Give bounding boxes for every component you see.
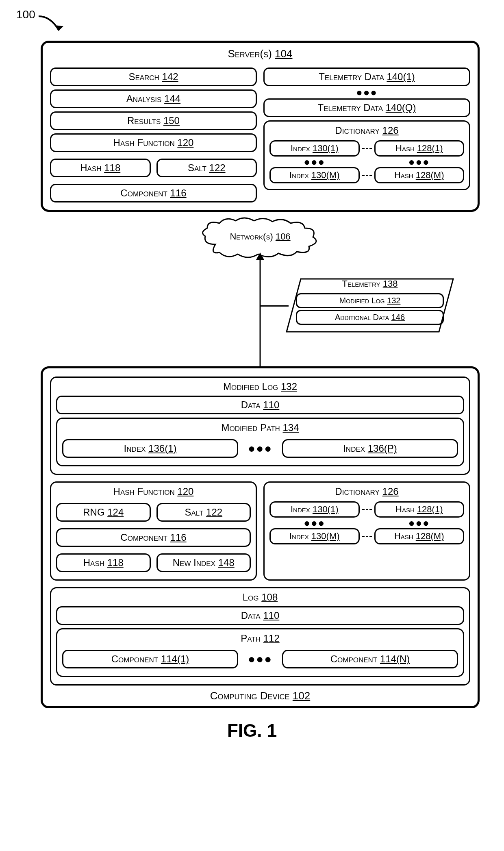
index-1: Index 130(1) <box>269 140 360 157</box>
telemetry-data-q: Telemetry Data 140(Q) <box>263 98 470 117</box>
server-box: Server(s) 104 Search 142 Analysis 144 Re… <box>41 41 480 212</box>
reference-arrow-icon <box>37 12 69 41</box>
index-m: Index 130(M) <box>269 167 360 183</box>
component-nn: Component 114(N) <box>282 650 458 668</box>
hash-1: Hash 128(1) <box>374 140 465 157</box>
rng-pill: RNG 124 <box>56 503 151 522</box>
component-n1: Component 114(1) <box>62 650 238 668</box>
computing-device-label: Computing Device 102 <box>50 690 470 702</box>
d-index-m: Index 130(M) <box>269 528 360 544</box>
ellipsis-icon: ●●● <box>374 520 465 526</box>
search-pill: Search 142 <box>50 67 257 86</box>
index-pp: Index 136(P) <box>282 439 458 458</box>
ellipsis-icon: ●●● <box>244 442 276 455</box>
d-index-1: Index 130(1) <box>269 501 360 518</box>
ellipsis-icon: ●●● <box>269 520 360 526</box>
d-hash-1: Hash 128(1) <box>374 501 465 518</box>
hash-pill: Hash 118 <box>50 159 151 177</box>
additional-data-flow: Additional Data 146 <box>296 310 444 325</box>
network-section: Network(s) 106 Telemetry 138 Modified Lo… <box>41 212 480 366</box>
hashfn-pill: Hash Function 120 <box>50 133 257 152</box>
modified-log-group: Modified Log 132 Data 110 Modified Path … <box>50 377 470 475</box>
ellipsis-icon: ●●● <box>244 652 276 666</box>
hash-function-group: Hash Function 120 RNG 124 Salt 122 Compo… <box>50 481 257 581</box>
server-dictionary: Dictionary 126 Index 130(1) Hash 128(1) … <box>263 120 470 190</box>
analysis-pill: Analysis 144 <box>50 89 257 108</box>
component-pill: Component 116 <box>50 184 257 202</box>
index-p1: Index 136(1) <box>62 439 238 458</box>
salt-pill-2: Salt 122 <box>156 503 251 522</box>
ellipsis-icon: ●●● <box>269 159 360 165</box>
hash-m: Hash 128(M) <box>374 167 465 183</box>
ellipsis-icon: ●●● <box>263 89 470 95</box>
network-label: Network(s) 106 <box>230 231 290 242</box>
telemetry-data-1: Telemetry Data 140(1) <box>263 67 470 86</box>
device-dictionary: Dictionary 126 Index 130(1) Hash 128(1) … <box>263 481 470 581</box>
log-group: Log 108 Data 110 Path 112 Component 114(… <box>50 587 470 686</box>
telemetry-flow: Telemetry 138 Modified Log 132 Additiona… <box>285 277 455 334</box>
d-hash-m: Hash 128(M) <box>374 528 465 544</box>
server-title: Server(s) 104 <box>50 48 470 60</box>
computing-device-box: Modified Log 132 Data 110 Modified Path … <box>41 366 480 708</box>
salt-pill: Salt 122 <box>156 159 257 177</box>
results-pill: Results 150 <box>50 111 257 130</box>
path-group: Path 112 Component 114(1) ●●● Component … <box>56 628 464 677</box>
data-pill: Data 110 <box>56 396 464 414</box>
reference-number: 100 <box>16 8 35 21</box>
data-pill-2: Data 110 <box>56 606 464 625</box>
arrow-line <box>260 257 261 366</box>
modified-path-group: Modified Path 134 Index 136(1) ●●● Index… <box>56 418 464 466</box>
server-right-column: Telemetry Data 140(1) ●●● Telemetry Data… <box>263 64 470 206</box>
component-pill-2: Component 116 <box>56 528 251 547</box>
reference-pointer: 100 <box>16 8 496 41</box>
figure-label: FIG. 1 <box>8 720 496 741</box>
hash-pill-2: Hash 118 <box>56 553 151 572</box>
server-left-column: Search 142 Analysis 144 Results 150 Hash… <box>50 64 257 206</box>
ellipsis-icon: ●●● <box>374 159 465 165</box>
modified-log-flow: Modified Log 132 <box>296 293 444 308</box>
new-index-pill: New Index 148 <box>156 553 251 572</box>
